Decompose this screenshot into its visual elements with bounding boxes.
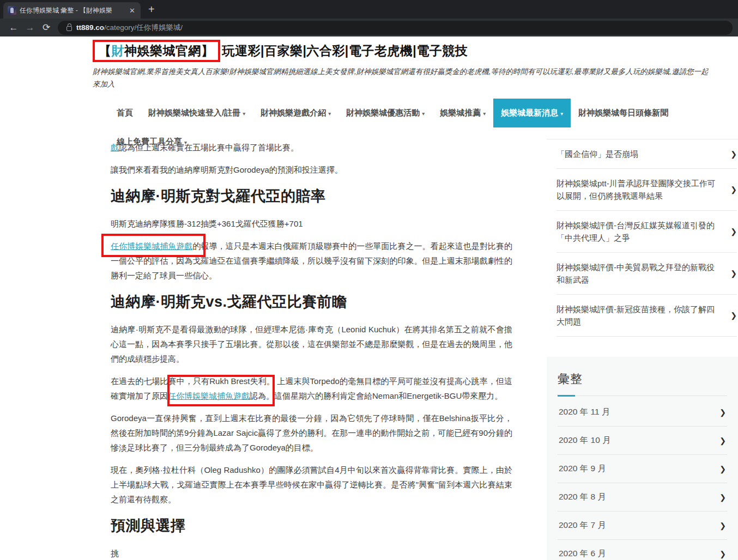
nav-item-promotions[interactable]: 財神娛樂城優惠活動▾ bbox=[338, 99, 432, 127]
list-item[interactable]: 「國企信仰」是否崩塌 ❯ bbox=[556, 139, 737, 169]
article-content: 戲認為但上週末確實在五場比賽中贏得了首場比賽。 讓我們來看看我的迪納摩明斯克對G… bbox=[111, 140, 512, 560]
article-paragraph: 任你博娛樂城捕魚遊戲的報導，這只是本週末白俄羅斯頂級聯賽中的一些單面比賽之一。看… bbox=[111, 239, 512, 283]
back-icon[interactable]: ← bbox=[5, 22, 22, 33]
chevron-right-icon: ❯ bbox=[730, 185, 737, 194]
site-tagline: 財神娛樂城官網,業界首推美女真人百家樂!財神娛樂城官網精挑細選線上美女發牌,財神… bbox=[93, 66, 709, 91]
chevron-right-icon: ❯ bbox=[719, 436, 726, 445]
nav-item-casino-recommend[interactable]: 娛樂城推薦▾ bbox=[432, 99, 493, 127]
archive-item-2020-06[interactable]: 2020 年 6 月 ❯ bbox=[558, 540, 727, 560]
archive-item-2020-07[interactable]: 2020 年 7 月 ❯ bbox=[558, 512, 727, 540]
logo-red-highlight-box[interactable]: 【財神娛樂城官網】 bbox=[93, 40, 220, 62]
forward-icon[interactable]: → bbox=[22, 22, 38, 33]
nav-item-daily-headlines[interactable]: 財神娛樂城每日頭條新聞 bbox=[571, 99, 676, 127]
caret-down-icon: ▾ bbox=[328, 111, 331, 117]
chevron-right-icon: ❯ bbox=[730, 227, 737, 236]
nav-item-home[interactable]: 首頁 bbox=[109, 99, 141, 127]
archive-item-2020-10[interactable]: 2020 年 10 月 ❯ bbox=[558, 427, 727, 455]
list-item[interactable]: 財神娛樂城評價-新冠疫苗接種，你該了解四大問題 ❯ bbox=[556, 295, 737, 337]
article-paragraph: 現在，奧列格·拉杜什科（Oleg Radushko）的團隊必須嘗試自4月中旬以來… bbox=[111, 462, 512, 507]
article-paragraph-odds-line: 明斯克迪納摩隊獲勝-312抽獎+361戈羅代亞獲勝+701 bbox=[111, 216, 512, 231]
recent-posts-list: 「國企信仰」是否崩塌 ❯ 財神娛樂城ptt-川普承認拜登團隊交接工作可以展開，但… bbox=[547, 139, 738, 337]
archive-list: 2020 年 11 月 ❯ 2020 年 10 月 ❯ 2020 年 9 月 ❯… bbox=[558, 398, 727, 560]
heading-odds: 迪納摩·明斯克對戈羅代亞的賠率 bbox=[111, 186, 512, 206]
fishing-game-link[interactable]: 任你博娛樂城捕魚遊戲 bbox=[111, 241, 192, 251]
article-paragraph: 在過去的七場比賽中，只有Rukh Brest失利。 上週末與Torpedo的毫無… bbox=[111, 374, 512, 403]
browser-toolbar: ← → ⟳ tt889.co/category/任你博娛樂城/ bbox=[0, 19, 738, 36]
caret-down-icon: ▾ bbox=[422, 111, 425, 117]
close-tab-icon[interactable]: ✕ bbox=[128, 7, 136, 15]
webpage: 【財神娛樂城官網】玩運彩|百家樂|六合彩|電子老虎機|電子競技 財神娛樂城官網,… bbox=[0, 36, 738, 560]
list-item[interactable]: 財神娛樂城ptt-川普承認拜登團隊交接工作可以展開，但仍將挑戰選舉結果 ❯ bbox=[556, 169, 737, 211]
nav-item-game-intro[interactable]: 財神娛樂遊戲介紹▾ bbox=[253, 99, 338, 127]
chevron-right-icon: ❯ bbox=[719, 550, 726, 558]
archive-accent-rule bbox=[558, 395, 727, 396]
chevron-right-icon: ❯ bbox=[719, 465, 726, 473]
site-logo-title: 【財神娛樂城官網】玩運彩|百家樂|六合彩|電子老虎機|電子競技 bbox=[93, 40, 738, 62]
fishing-game-link[interactable]: 任你博娛樂城捕魚遊戲 bbox=[168, 391, 250, 400]
archive-item-2020-08[interactable]: 2020 年 8 月 ❯ bbox=[558, 483, 727, 512]
url-host: tt889.co bbox=[76, 23, 104, 32]
chevron-right-icon: ❯ bbox=[730, 150, 737, 159]
archive-item-2020-09[interactable]: 2020 年 9 月 ❯ bbox=[558, 455, 727, 483]
chevron-right-icon: ❯ bbox=[719, 521, 726, 530]
logo-accent-char: 財 bbox=[112, 44, 125, 58]
site-favicon bbox=[8, 6, 16, 15]
heading-match-preview: 迪納摩·明斯克vs.戈羅代亞比賽前瞻 bbox=[111, 292, 512, 312]
site-header: 【財神娛樂城官網】玩運彩|百家樂|六合彩|電子老虎機|電子競技 財神娛樂城官網,… bbox=[0, 36, 738, 91]
nav-row-1: 首頁 財神娛樂城快速登入/註冊▾ 財神娛樂遊戲介紹▾ 財神娛樂城優惠活動▾ 娛樂… bbox=[109, 99, 738, 127]
archive-title: 彙整 bbox=[558, 371, 727, 387]
article-paragraph: Gorodeya一直保持興奮，直到上週末在比賽的最後一分鐘，因為它領先了停球時間… bbox=[111, 411, 512, 455]
browser-tab-strip: 任你博娛樂城 彙整 - 【財神娛樂 ✕ + bbox=[0, 0, 738, 19]
nav-item-login-register[interactable]: 財神娛樂城快速登入/註冊▾ bbox=[141, 99, 253, 127]
lock-icon bbox=[66, 26, 72, 31]
address-bar[interactable]: tt889.co/category/任你博娛樂城/ bbox=[58, 21, 733, 35]
chevron-right-icon: ❯ bbox=[719, 408, 726, 417]
logo-rest: 神娛樂城官網】 bbox=[124, 44, 214, 58]
chevron-right-icon: ❯ bbox=[730, 269, 737, 278]
archive-widget: 彙整 2020 年 11 月 ❯ 2020 年 10 月 ❯ 2020 年 9 … bbox=[547, 357, 738, 560]
nav-item-latest-news[interactable]: 娛樂城最新消息▾ bbox=[493, 99, 571, 127]
url-path: /category/任你博娛樂城/ bbox=[104, 23, 183, 33]
sidebar: 「國企信仰」是否崩塌 ❯ 財神娛樂城ptt-川普承認拜登團隊交接工作可以展開，但… bbox=[547, 139, 738, 560]
inline-link-fragment[interactable]: 戲 bbox=[111, 143, 119, 152]
logo-prefix: 【 bbox=[99, 44, 112, 58]
browser-tab[interactable]: 任你博娛樂城 彙整 - 【財神娛樂 ✕ bbox=[3, 2, 141, 19]
caret-down-icon: ▾ bbox=[243, 111, 245, 117]
article-paragraph: 迪納摩·明斯克不是看得最激動的球隊，但經理本尼德·庫奇克（Leonid Kuch… bbox=[111, 322, 512, 366]
tab-title: 任你博娛樂城 彙整 - 【財神娛樂 bbox=[20, 6, 125, 15]
article-paragraph: 讓我們來看看我的迪納摩明斯克對Gorodeya的預測和投注選擇。 bbox=[111, 162, 512, 177]
article-paragraph: 挑 bbox=[111, 546, 512, 560]
archive-item-2020-11[interactable]: 2020 年 11 月 ❯ bbox=[558, 398, 727, 427]
chevron-right-icon: ❯ bbox=[730, 311, 737, 320]
heading-picks: 預測與選擇 bbox=[111, 516, 512, 535]
logo-suffix: 玩運彩|百家樂|六合彩|電子老虎機|電子競技 bbox=[222, 44, 468, 58]
caret-down-icon: ▾ bbox=[483, 111, 486, 117]
list-item[interactable]: 財神娛樂城評價-中美貿易戰之拜登的新戰役和新武器 ❯ bbox=[556, 253, 737, 295]
reload-icon[interactable]: ⟳ bbox=[38, 22, 55, 33]
caret-down-icon: ▾ bbox=[560, 111, 563, 117]
new-tab-icon[interactable]: + bbox=[148, 3, 155, 16]
list-item[interactable]: 財神娛樂城評價-台灣反紅媒英媒報道引發的「中共代理人」之爭 ❯ bbox=[556, 211, 737, 253]
article-paragraph: 戲認為但上週末確實在五場比賽中贏得了首場比賽。 bbox=[111, 140, 512, 155]
chevron-right-icon: ❯ bbox=[719, 493, 726, 502]
